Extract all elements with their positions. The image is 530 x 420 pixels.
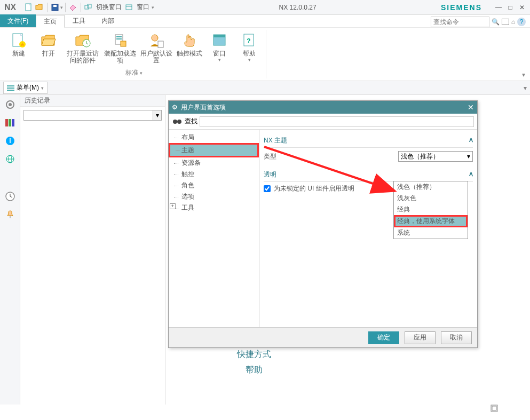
books-icon[interactable] xyxy=(4,116,17,129)
help-icon[interactable]: ? xyxy=(517,18,526,26)
svg-rect-25 xyxy=(5,119,8,126)
ribbon-open-recent[interactable]: 打开最近访问的部件 xyxy=(64,30,101,67)
apply-button[interactable]: 应用 xyxy=(405,331,436,344)
search-label: 查找 xyxy=(185,117,197,126)
tree-item-options[interactable]: 选项 xyxy=(169,191,259,202)
home-icon[interactable]: ⌂ xyxy=(511,18,515,26)
svg-text:?: ? xyxy=(247,37,250,45)
tree-item-theme[interactable]: 主题 xyxy=(169,143,259,157)
ribbon: 新建 打开 打开最近访问的部件 装配加载选项 用户默认设置 触控模式 xyxy=(0,28,530,81)
history-panel: 历史记录 ▾ xyxy=(20,95,165,405)
type-dropdown-list: 浅色（推荐） 浅灰色 经典 经典，使用系统字体 系统 xyxy=(393,181,468,239)
tree-item-tools[interactable]: 工具 xyxy=(169,202,259,213)
type-row: 类型 浅色（推荐） ▾ xyxy=(264,148,473,165)
dialog-body: 布局 主题 资源条 触控 角色 选项 工具 NX 主题 ʌ 类型 浅色（推荐） … xyxy=(169,130,477,327)
dropdown-opt-2[interactable]: 经典 xyxy=(394,204,468,215)
dropdown-opt-0[interactable]: 浅色（推荐） xyxy=(394,181,468,193)
section-nx-theme[interactable]: NX 主题 ʌ xyxy=(264,134,473,148)
open-icon[interactable] xyxy=(35,3,44,12)
bottom-links: 快捷方式 帮助 xyxy=(235,347,273,378)
toolbar-dropdown[interactable]: ▾ xyxy=(524,84,527,92)
menu-button[interactable]: 菜单(M) ▾ xyxy=(3,82,48,94)
maximize-button[interactable]: □ xyxy=(505,3,515,12)
nx-logo: NX xyxy=(2,3,18,12)
menu-icon xyxy=(7,85,14,91)
type-select[interactable]: 浅色（推荐） ▾ xyxy=(398,151,473,162)
svg-rect-15 xyxy=(158,41,163,47)
ribbon-group-standard: 新建 打开 打开最近访问的部件 装配加载选项 用户默认设置 触控模式 xyxy=(2,30,266,78)
minimize-button[interactable]: — xyxy=(494,3,503,12)
chevron-down-icon: ▾ xyxy=(467,153,470,160)
switch-window-label[interactable]: 切换窗口 xyxy=(96,3,122,12)
ribbon-new[interactable]: 新建 xyxy=(4,30,33,67)
command-search-input[interactable] xyxy=(431,17,489,27)
tab-home[interactable]: 主页 xyxy=(36,15,65,28)
svg-rect-17 xyxy=(213,35,225,37)
tree-panel: 布局 主题 资源条 触控 角色 选项 工具 xyxy=(169,130,259,327)
history-input[interactable] xyxy=(23,110,153,121)
dropdown-opt-4[interactable]: 系统 xyxy=(394,227,468,239)
help-link[interactable]: 帮助 xyxy=(235,362,273,378)
close-button[interactable]: ✕ xyxy=(517,3,527,12)
ribbon-window[interactable]: 窗口 ▾ xyxy=(205,30,234,67)
dropdown-opt-1[interactable]: 浅灰色 xyxy=(394,193,468,204)
svg-rect-42 xyxy=(176,121,178,122)
ribbon-open[interactable]: 打开 xyxy=(34,30,63,67)
cancel-button[interactable]: 取消 xyxy=(441,331,472,344)
section-transparency[interactable]: 透明 ʌ xyxy=(264,168,473,182)
svg-rect-3 xyxy=(85,5,89,9)
window-icon[interactable] xyxy=(124,3,134,12)
close-icon[interactable]: ✕ xyxy=(468,103,474,112)
ribbon-touch-mode[interactable]: 触控模式 xyxy=(175,30,204,67)
window-label[interactable]: 窗口 xyxy=(137,3,149,12)
search-icon[interactable]: 🔍 xyxy=(492,18,500,26)
dropdown-opt-3[interactable]: 经典，使用系统字体 xyxy=(394,215,468,227)
tree-item-role[interactable]: 角色 xyxy=(169,180,259,191)
separator xyxy=(81,3,81,12)
ribbon-dropdown[interactable]: ▾ xyxy=(519,30,528,78)
title-bar: NX ▾ 切换窗口 窗口 ▾ NX 12.0.0.27 SIEMENS — □ … xyxy=(0,0,530,15)
transparency-checkbox[interactable] xyxy=(264,185,271,192)
tree-item-touch[interactable]: 触控 xyxy=(169,169,259,180)
pin-icon[interactable] xyxy=(4,208,17,221)
dialog-search-row: 查找 xyxy=(169,114,477,130)
info-icon[interactable]: i xyxy=(4,134,17,147)
menu-bar: 文件(F) 主页 工具 内部 🔍 ⌂ ? xyxy=(0,15,530,28)
svg-rect-45 xyxy=(492,406,496,410)
gear-icon: ⚙ xyxy=(172,104,178,111)
shortcut-link[interactable]: 快捷方式 xyxy=(235,347,273,362)
history-combo: ▾ xyxy=(23,110,162,121)
globe-icon[interactable] xyxy=(4,153,17,165)
ribbon-assembly-load[interactable]: 装配加载选项 xyxy=(102,30,138,67)
ribbon-user-defaults[interactable]: 用户默认设置 xyxy=(139,30,174,67)
ok-button[interactable]: 确定 xyxy=(368,331,399,344)
status-icon xyxy=(491,405,498,414)
svg-point-24 xyxy=(9,103,12,106)
secondary-toolbar: 菜单(M) ▾ ▾ xyxy=(0,81,530,95)
dialog-titlebar: ⚙ 用户界面首选项 ✕ xyxy=(169,101,477,114)
svg-rect-12 xyxy=(116,38,122,39)
detail-panel: NX 主题 ʌ 类型 浅色（推荐） ▾ 透明 ʌ 为未锁定的 UI 组件启用透明… xyxy=(259,130,477,327)
history-dropdown-button[interactable]: ▾ xyxy=(153,110,162,121)
tree-item-layout[interactable]: 布局 xyxy=(169,132,259,143)
binoculars-icon xyxy=(172,117,183,126)
chevron-up-icon: ʌ xyxy=(469,170,473,179)
eraser-icon[interactable] xyxy=(68,3,78,12)
layout-icon[interactable] xyxy=(502,19,509,25)
svg-point-14 xyxy=(152,35,158,41)
tab-tools[interactable]: 工具 xyxy=(65,14,93,27)
svg-rect-27 xyxy=(12,119,14,126)
svg-text:i: i xyxy=(9,137,11,145)
ribbon-help[interactable]: ? 帮助 ▾ xyxy=(235,30,264,67)
tab-internal[interactable]: 内部 xyxy=(93,14,122,27)
save-icon[interactable] xyxy=(50,3,60,12)
file-menu[interactable]: 文件(F) xyxy=(0,14,36,27)
clock-icon[interactable] xyxy=(4,190,17,203)
menu-right: 🔍 ⌂ ? xyxy=(431,17,530,27)
new-icon[interactable] xyxy=(24,3,34,12)
gear-icon[interactable] xyxy=(4,98,17,111)
windows-icon[interactable] xyxy=(84,3,93,12)
dialog-search-input[interactable] xyxy=(200,116,474,127)
tree-item-resource[interactable]: 资源条 xyxy=(169,157,259,169)
preferences-dialog: ⚙ 用户界面首选项 ✕ 查找 布局 主题 资源条 触控 角色 选项 工具 NX … xyxy=(168,100,478,348)
